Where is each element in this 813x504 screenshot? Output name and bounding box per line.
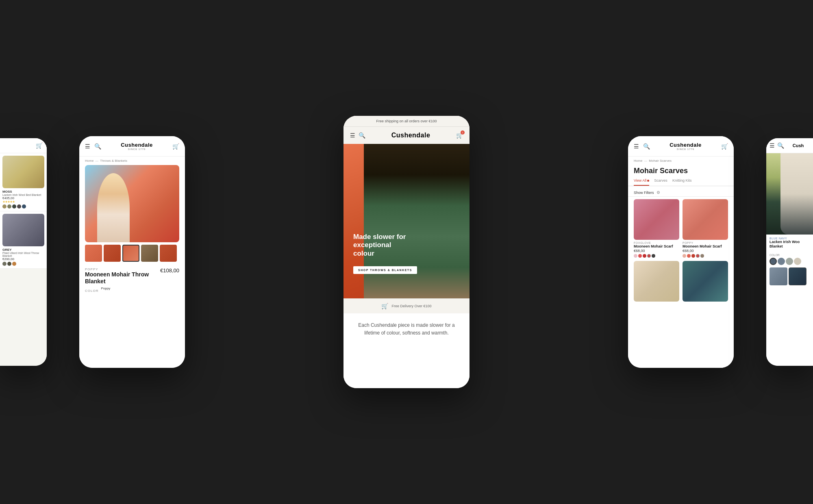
phone2-hero-image bbox=[85, 165, 179, 242]
search-icon[interactable]: 🔍 bbox=[359, 132, 365, 139]
phone5-header: ☰ 🔍 Cush bbox=[766, 138, 813, 153]
search-icon[interactable]: 🔍 bbox=[94, 143, 101, 150]
color-swatch[interactable] bbox=[634, 254, 637, 258]
cart-icon[interactable]: 🛒 bbox=[721, 143, 728, 150]
menu-icon[interactable]: ☰ bbox=[770, 142, 775, 149]
product-title: Mooneen Mohair Throw Blanket bbox=[85, 271, 160, 285]
search-icon[interactable]: 🔍 bbox=[643, 143, 650, 150]
thumbnail-5[interactable] bbox=[160, 245, 177, 262]
tab-view-all[interactable]: View All bbox=[634, 178, 649, 186]
product1-brand: MOSS bbox=[2, 190, 44, 193]
category-tabs: View All Scarves Knitting Kits bbox=[628, 178, 734, 186]
phone1-content: 🛒 MOSS Lacken Irish Wool Bed Blanket €40… bbox=[0, 138, 47, 366]
phone3-brand: Cushendale bbox=[369, 132, 453, 139]
breadcrumb-home[interactable]: Home bbox=[85, 159, 93, 163]
active-dot bbox=[647, 180, 649, 182]
color-swatch[interactable] bbox=[652, 254, 655, 258]
phone5-thumbnails bbox=[766, 265, 813, 288]
color-swatch[interactable] bbox=[2, 204, 7, 209]
thumbnail-1[interactable] bbox=[85, 245, 102, 262]
color-swatch[interactable] bbox=[638, 254, 642, 258]
color-swatch-selected[interactable] bbox=[647, 254, 651, 258]
breadcrumb-category[interactable]: Mohair Scarves bbox=[649, 159, 672, 163]
poppy-image[interactable] bbox=[683, 199, 728, 240]
thumbnail-4[interactable] bbox=[141, 245, 158, 262]
phone5-brand: Cush bbox=[787, 143, 810, 148]
phone2-breadcrumb: Home — Throws & Blankets bbox=[79, 156, 185, 165]
foxglove-tag: FOXGLOVE bbox=[634, 241, 679, 244]
phone2-thumbnails bbox=[85, 245, 179, 262]
teal-image[interactable] bbox=[683, 261, 728, 302]
thumbnail-2[interactable] bbox=[104, 245, 121, 262]
color-swatch[interactable] bbox=[17, 204, 21, 209]
product-name: Lacken Irish Woo Blanket bbox=[770, 240, 810, 249]
phone2-product-info: POPPY Mooneen Mohair Throw Blanket €108,… bbox=[79, 264, 185, 296]
foxglove-image[interactable] bbox=[634, 199, 679, 240]
color-swatch[interactable] bbox=[691, 254, 695, 258]
color-swatch[interactable] bbox=[643, 254, 646, 258]
swatch-cream[interactable] bbox=[794, 258, 801, 265]
breadcrumb-home[interactable]: Home bbox=[634, 159, 642, 163]
thumbnail-3[interactable] bbox=[122, 245, 139, 262]
thumbnail-2[interactable] bbox=[789, 267, 806, 285]
phone1-product2: GREY Plaid Ullard Irish Wool Throw Blank… bbox=[0, 211, 47, 269]
menu-icon[interactable]: ☰ bbox=[85, 143, 90, 150]
phone4-breadcrumb: Home — Mohair Scarves bbox=[628, 156, 734, 165]
color-label: COLOR bbox=[770, 254, 810, 256]
swatch-sage[interactable] bbox=[786, 258, 793, 265]
foxglove-name: Mooneen Mohair Scarf bbox=[634, 244, 679, 249]
thumbnail-1[interactable] bbox=[770, 267, 787, 285]
poppy-tag: POPPY bbox=[683, 241, 728, 244]
color-swatch[interactable] bbox=[7, 204, 11, 209]
menu-icon[interactable]: ☰ bbox=[350, 132, 355, 139]
hero-text: Made slower for exceptional colour bbox=[353, 233, 414, 258]
phone3-hero: Made slower for exceptional colour SHOP … bbox=[343, 144, 470, 298]
product1-name: Lacken Irish Wool Bed Blanket bbox=[2, 193, 44, 196]
search-icon[interactable]: 🔍 bbox=[777, 142, 784, 149]
poppy-colors bbox=[683, 254, 728, 258]
filter-icon[interactable]: ⚙ bbox=[656, 190, 660, 195]
color-swatch[interactable] bbox=[687, 254, 691, 258]
color-swatch[interactable] bbox=[683, 254, 686, 258]
product2-name: Plaid Ullard Irish Wool Throw Blanket bbox=[2, 252, 44, 257]
color-swatch[interactable] bbox=[7, 262, 11, 266]
cart-icon[interactable]: 🛒 bbox=[172, 143, 179, 150]
phone2-brand: Cushendale bbox=[105, 142, 168, 148]
breadcrumb-category[interactable]: Throws & Blankets bbox=[100, 159, 127, 163]
product1-colors bbox=[2, 204, 44, 209]
phone1-header: 🛒 bbox=[0, 138, 47, 153]
product-tag: POPPY bbox=[85, 267, 160, 271]
cart-icon-wrapper[interactable]: 🛒 1 bbox=[456, 132, 463, 139]
color-swatch[interactable] bbox=[2, 262, 7, 266]
product1-image bbox=[2, 156, 44, 188]
phone1-product1: MOSS Lacken Irish Wool Bed Blanket €405,… bbox=[0, 153, 47, 211]
beige-image[interactable] bbox=[634, 261, 679, 302]
menu-icon[interactable]: ☰ bbox=[634, 143, 639, 150]
foxglove-colors bbox=[634, 254, 679, 258]
phone-card-4: ☰ 🔍 Cushendale SINCE 1776 🛒 Home — Mohai… bbox=[628, 136, 734, 368]
color-swatch-selected[interactable] bbox=[696, 254, 700, 258]
phone-card-1: 🛒 MOSS Lacken Irish Wool Bed Blanket €40… bbox=[0, 138, 47, 366]
tab-knitting-kits[interactable]: Knitting Kits bbox=[672, 178, 692, 186]
color-swatch[interactable] bbox=[700, 254, 704, 258]
swatch-navy-selected[interactable] bbox=[770, 258, 777, 265]
products-grid: FOXGLOVE Mooneen Mohair Scarf €68,00 POP… bbox=[628, 199, 734, 303]
hero-person bbox=[364, 144, 470, 298]
swatch-grey[interactable] bbox=[778, 258, 785, 265]
shop-cta-button[interactable]: SHOP THROWS & BLANKETS bbox=[353, 266, 417, 274]
phone5-product-info: BLUE NAVY Lacken Irish Woo Blanket bbox=[766, 235, 813, 251]
phone-card-5: ☰ 🔍 Cush BLUE NAVY Lacken Irish Woo Blan… bbox=[766, 138, 813, 366]
product-tag: BLUE NAVY bbox=[770, 237, 810, 240]
cart-badge: 1 bbox=[461, 130, 465, 135]
color-swatch[interactable] bbox=[12, 204, 16, 209]
tab-scarves[interactable]: Scarves bbox=[654, 178, 667, 186]
cart-icon[interactable]: 🛒 bbox=[36, 142, 43, 149]
product2-price: €200,00 bbox=[2, 257, 44, 261]
filters-bar: Show Filters ⚙ bbox=[628, 189, 734, 197]
color-swatch[interactable] bbox=[12, 262, 16, 266]
color-swatch[interactable] bbox=[22, 204, 26, 209]
delivery-icon: 🛒 bbox=[381, 303, 388, 309]
phone-card-2: ☰ 🔍 Cushendale SINCE 1776 🛒 Home — Throw… bbox=[79, 136, 185, 368]
product-card-foxglove: FOXGLOVE Mooneen Mohair Scarf €68,00 bbox=[634, 199, 679, 258]
color-value: Poppy bbox=[101, 287, 110, 293]
